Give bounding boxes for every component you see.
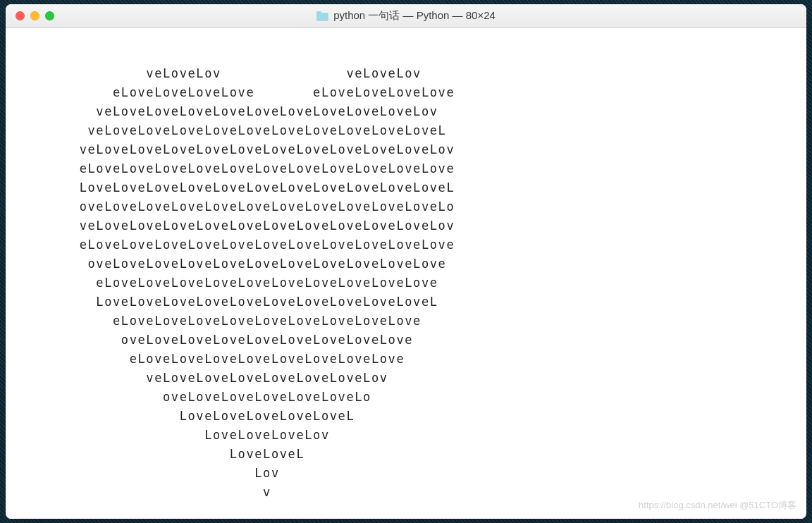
terminal-line: eLoveLoveLoveLoveLoveLoveLoveLoveLoveLov… [13,238,455,252]
terminal-line: veLoveLoveLoveLoveLoveLoveLoveLoveLoveLo… [13,142,455,156]
folder-icon [316,11,328,21]
traffic-lights [6,11,54,20]
terminal-line: LoveLoveLoveLoveLoveLoveLoveLoveLoveLove… [13,180,455,195]
terminal-line: veLoveLoveLoveLoveLoveLoveLoveLoveLoveLo… [13,123,446,137]
terminal-line: veLoveLov veLoveLov [13,66,422,80]
terminal-body[interactable]: veLoveLov veLoveLov eLoveLoveLoveLove eL… [6,28,806,519]
close-icon[interactable] [16,11,25,20]
terminal-line: oveLoveLoveLoveLoveLoveLoveLoveLoveLoveL… [13,199,455,214]
watermark: https://blog.csdn.net/wei @51CTO博客 [639,496,796,515]
terminal-line: veLoveLoveLoveLoveLoveLoveLov [13,371,388,385]
terminal-line: eLoveLoveLoveLoveLoveLoveLoveLoveLove [13,314,422,328]
terminal-line: eLoveLoveLoveLoveLoveLoveLoveLoveLoveLov… [13,276,438,290]
terminal-line: eLoveLoveLoveLove eLoveLoveLoveLove [13,85,455,99]
terminal-line: LoveLoveLoveLoveLoveL [13,409,355,423]
minimize-icon[interactable] [30,11,39,20]
terminal-line: oveLoveLoveLoveLoveLoveLo [13,390,371,404]
terminal-line: LoveLoveL [13,447,304,461]
terminal-line: eLoveLoveLoveLoveLoveLoveLoveLoveLoveLov… [13,161,455,176]
terminal-line: veLoveLoveLoveLoveLoveLoveLoveLoveLoveLo… [13,219,455,233]
titlebar[interactable]: python 一句话 — Python — 80×24 [6,4,806,28]
terminal-line: v [13,485,271,499]
zoom-icon[interactable] [45,11,54,20]
terminal-line: LoveLoveLoveLoveLoveLoveLoveLoveLoveLove… [13,295,438,309]
window-title: python 一句话 — Python — 80×24 [6,9,806,23]
terminal-line: oveLoveLoveLoveLoveLoveLoveLoveLoveLoveL… [13,257,446,271]
window-title-text: python 一句话 — Python — 80×24 [333,9,496,23]
terminal-line: veLoveLoveLoveLoveLoveLoveLoveLoveLoveLo… [13,104,438,118]
terminal-line: oveLoveLoveLoveLoveLoveLoveLoveLove [13,333,413,347]
terminal-line: Lov [13,466,280,480]
terminal-line: eLoveLoveLoveLoveLoveLoveLoveLove [13,352,405,366]
terminal-line: LoveLoveLoveLov [13,428,330,442]
terminal-window: python 一句话 — Python — 80×24 veLoveLov ve… [6,4,806,519]
